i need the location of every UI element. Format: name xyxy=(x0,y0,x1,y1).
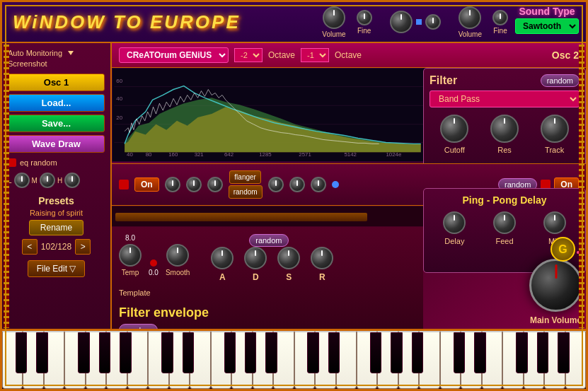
filter-type-dropdown[interactable]: Band Pass Low Pass High Pass Notch xyxy=(430,91,580,107)
octave1-label: Octave xyxy=(268,50,295,60)
scrollbar-inner[interactable] xyxy=(115,213,367,221)
eq-l-knob[interactable] xyxy=(14,173,30,188)
black-key-as2[interactable] xyxy=(265,332,277,373)
black-key-gs3[interactable] xyxy=(391,332,402,373)
fx-knob2[interactable] xyxy=(186,177,202,192)
filter-random-button[interactable]: random xyxy=(541,74,580,87)
fx-knob6[interactable] xyxy=(311,177,326,192)
delay-knob[interactable] xyxy=(443,211,466,234)
temp-knob-group: 8.0 Temp xyxy=(119,234,142,276)
res-knob[interactable] xyxy=(490,115,519,143)
mix-knob[interactable] xyxy=(543,211,566,234)
black-key-as4[interactable] xyxy=(558,332,569,373)
flanger-random-button[interactable]: random xyxy=(229,185,263,199)
black-key-cs1[interactable] xyxy=(16,332,27,373)
feed-knob[interactable] xyxy=(493,211,516,234)
wavedraw-button[interactable]: Wave Draw xyxy=(8,135,105,153)
preset-next-button[interactable]: > xyxy=(75,239,91,255)
volume1-knob[interactable] xyxy=(323,6,345,29)
black-key-fs2[interactable] xyxy=(224,332,236,373)
fx-knob1[interactable] xyxy=(165,177,180,192)
smooth-value: 0.0 xyxy=(149,269,158,276)
app-title: WiNDOW TO EUROPE xyxy=(13,11,322,33)
flanger-button[interactable]: flanger xyxy=(229,170,261,184)
scrollbar-area[interactable] xyxy=(112,206,427,227)
piano-wrapper xyxy=(2,331,586,389)
black-key-cs4[interactable] xyxy=(454,332,465,373)
black-key-gs4[interactable] xyxy=(537,332,548,373)
fine2-knob[interactable] xyxy=(492,10,508,25)
black-key-ds2[interactable] xyxy=(183,332,194,373)
volume2-knob[interactable] xyxy=(459,6,481,29)
eq-h-knob[interactable] xyxy=(64,173,80,188)
header: WiNDOW TO EUROPE Volume Fine Volume xyxy=(2,2,586,43)
decay-knob[interactable] xyxy=(244,247,267,269)
fx-knob4[interactable] xyxy=(268,177,284,192)
fx-knob3[interactable] xyxy=(207,177,223,192)
black-key-fs1[interactable] xyxy=(78,332,89,373)
delay-label: Delay xyxy=(444,237,464,245)
track-knob[interactable] xyxy=(541,115,569,143)
smooth-knob[interactable] xyxy=(166,244,189,267)
black-key-as3[interactable] xyxy=(412,332,423,373)
attack-knob[interactable] xyxy=(211,247,234,269)
osc-knob2[interactable] xyxy=(425,14,441,30)
osc2-oct1-dropdown[interactable]: -2 -1 0 1 2 xyxy=(234,48,263,62)
black-key-gs1[interactable] xyxy=(99,332,110,373)
fx-knob5[interactable] xyxy=(289,177,305,192)
black-key-cs3[interactable] xyxy=(307,332,318,373)
main-volume-knob[interactable] xyxy=(529,259,582,312)
white-key-c3[interactable] xyxy=(294,331,315,389)
white-key-c1[interactable] xyxy=(2,331,23,389)
black-key-as1[interactable] xyxy=(120,332,131,373)
white-key-f2[interactable] xyxy=(211,331,231,389)
black-key-cs2[interactable] xyxy=(161,332,173,373)
svg-text:321: 321 xyxy=(195,151,204,158)
black-key-fs3[interactable] xyxy=(370,332,381,373)
preset-prev-button[interactable]: < xyxy=(22,239,38,255)
a-group: A xyxy=(211,247,234,282)
white-key-f1[interactable] xyxy=(64,331,85,389)
rename-button[interactable]: Rename xyxy=(29,220,83,235)
osc2-title: Osc 2 xyxy=(552,49,579,61)
file-edit-button[interactable]: File Edit ▽ xyxy=(28,260,86,277)
svg-text:20: 20 xyxy=(116,115,122,121)
left-sidebar: Auto Monitoring Screenshot Osc 1 Load...… xyxy=(2,43,112,329)
black-key-ds1[interactable] xyxy=(36,332,47,373)
osc-knob1[interactable] xyxy=(390,11,413,33)
sustain-knob[interactable] xyxy=(277,247,300,269)
white-key-c2[interactable] xyxy=(148,331,168,389)
adsr-knobs: A D S R xyxy=(211,247,333,282)
piano-keyboard xyxy=(2,329,586,389)
eq-m-knob[interactable] xyxy=(40,173,55,188)
osc2-oct2-dropdown[interactable]: -1 0 1 xyxy=(301,48,329,62)
black-key-fs4[interactable] xyxy=(516,332,527,373)
black-key-ds3[interactable] xyxy=(328,332,340,373)
track-label: Track xyxy=(545,146,564,154)
release-knob[interactable] xyxy=(311,247,333,269)
env-top: 8.0 Temp 0.0 Smooth random xyxy=(119,234,416,282)
auto-monitoring-arrow xyxy=(68,51,74,55)
env-random-button[interactable]: random xyxy=(249,234,288,247)
temp-knob[interactable] xyxy=(119,244,142,267)
black-key-ds4[interactable] xyxy=(474,332,485,373)
fine1-knob[interactable] xyxy=(357,10,372,25)
black-key-gs2[interactable] xyxy=(245,332,256,373)
load-button[interactable]: Load... xyxy=(8,94,105,112)
white-key-f4[interactable] xyxy=(502,331,523,389)
octave2-label: Octave xyxy=(335,50,362,60)
main-volume-section: Main Volume xyxy=(529,259,582,325)
sound-type-dropdown[interactable]: Sawtooth Sine Square Triangle xyxy=(515,18,579,34)
sound-type-section: Sound Type Sawtooth Sine Square Triangle xyxy=(515,6,579,34)
right-border-dots xyxy=(579,45,584,328)
save-button[interactable]: Save... xyxy=(8,115,105,132)
template-label: Template xyxy=(119,288,151,297)
osc1-button[interactable]: Osc 1 xyxy=(8,74,105,91)
presets-section: Presets Raising of spirit Rename < 102/1… xyxy=(8,195,105,277)
d-group: D xyxy=(244,247,267,282)
white-key-c4[interactable] xyxy=(440,331,461,389)
effects-on-button[interactable]: On xyxy=(134,177,159,192)
white-key-f3[interactable] xyxy=(357,331,377,389)
osc2-preset-dropdown[interactable]: CRеATOrum GENiUS xyxy=(119,47,229,63)
cutoff-knob[interactable] xyxy=(440,115,468,143)
